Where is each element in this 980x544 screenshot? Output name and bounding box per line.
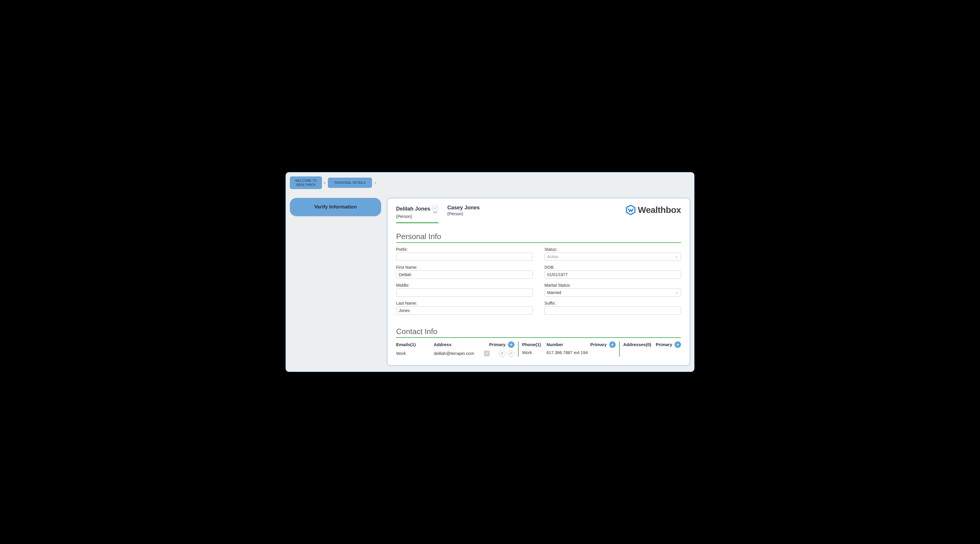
phones-column: Phone(1) Number Primary + Work 617.366.7… — [522, 341, 620, 357]
person-tab-delilah[interactable]: Delilah Jones Edit (Person) — [396, 205, 439, 223]
pencil-icon — [509, 352, 513, 355]
prefix-input[interactable] — [396, 252, 533, 261]
phone-number: 617.366.7887 ext 194 — [547, 350, 616, 355]
suffix-input[interactable] — [544, 306, 681, 315]
addresses-column: Addresses(0) Primary + — [623, 341, 681, 357]
addresses-header: Addresses(0) — [623, 342, 653, 347]
email-primary-checkbox[interactable] — [484, 351, 490, 356]
trash-icon — [501, 352, 504, 355]
add-phone-button[interactable]: + — [609, 341, 616, 348]
status-select[interactable] — [544, 252, 681, 261]
wealthbox-logo: Wealthbox — [625, 205, 681, 215]
caret-down-icon[interactable]: ▼ — [374, 181, 377, 185]
form-column-right: Status: ⌄ DOB: Marital Status: ⌄ Suffix: — [544, 246, 681, 318]
email-address-header: Address — [434, 342, 487, 347]
last-name-input[interactable] — [396, 306, 533, 315]
edit-person-wrap: Edit — [432, 205, 439, 214]
form-column-left: Prefix: First Name: Middle: Last Name: — [396, 246, 533, 318]
dob-label: DOB: — [544, 265, 681, 270]
pencil-icon[interactable] — [432, 205, 439, 211]
breadcrumb-line2: WEALTHBOX — [295, 183, 317, 187]
marital-status-select[interactable] — [544, 289, 681, 297]
person-tabs: Delilah Jones Edit (Person) — [396, 205, 480, 223]
person-type-label: (Person) — [396, 214, 439, 219]
marital-status-label: Marital Status: — [544, 283, 681, 287]
edit-email-button[interactable] — [508, 350, 514, 357]
person-tab-casey[interactable]: Casey Jones (Person) — [447, 205, 480, 223]
phone-row: Work 617.366.7887 ext 194 — [522, 350, 616, 355]
contact-info: Emails(1) Address Primary + Work delilah… — [396, 341, 681, 357]
phone-type: Work — [522, 350, 544, 355]
main-panel: Delilah Jones Edit (Person) — [387, 198, 690, 366]
chevron-right-icon: ▶ — [324, 181, 326, 185]
phone-number-header: Number — [547, 342, 588, 347]
logo-text: Wealthbox — [638, 205, 681, 215]
sidebar: Verify Information — [290, 198, 381, 366]
suffix-label: Suffix: — [544, 301, 681, 306]
middle-name-label: Middle: — [396, 283, 533, 287]
section-title-contact: Contact Info — [396, 327, 681, 336]
section-divider — [396, 337, 681, 338]
checkmark-icon — [485, 351, 488, 355]
phone-primary-header: Primary — [590, 342, 607, 347]
delete-email-button[interactable] — [499, 350, 506, 357]
breadcrumb-line1: WELCOME TO — [295, 179, 317, 182]
breadcrumb-item-personal-details[interactable]: PERSONAL DETAILS — [328, 178, 372, 188]
dob-input[interactable] — [544, 271, 681, 279]
edit-label: Edit — [433, 211, 437, 214]
plus-icon: + — [676, 342, 679, 347]
first-name-input[interactable] — [396, 271, 533, 279]
last-name-label: Last Name: — [396, 301, 533, 306]
breadcrumb: WELCOME TO WEALTHBOX ▶ PERSONAL DETAILS … — [290, 176, 690, 189]
person-type-label: (Person) — [447, 211, 480, 216]
logo-icon — [625, 205, 636, 215]
plus-icon: + — [510, 342, 512, 347]
address-primary-header: Primary — [656, 342, 672, 347]
layout: Verify Information Delilah Jones Edit — [290, 198, 690, 366]
app-window: WELCOME TO WEALTHBOX ▶ PERSONAL DETAILS … — [285, 172, 695, 372]
breadcrumb-item-welcome[interactable]: WELCOME TO WEALTHBOX — [290, 176, 322, 189]
middle-name-input[interactable] — [396, 289, 533, 297]
email-type: Work — [396, 351, 431, 356]
breadcrumb-line1: PERSONAL DETAILS — [334, 181, 366, 184]
personal-info-form: Prefix: First Name: Middle: Last Name: S… — [396, 246, 681, 318]
section-title-personal: Personal Info — [396, 232, 681, 241]
prefix-label: Prefix: — [396, 247, 533, 252]
person-name-label: Delilah Jones — [396, 206, 430, 212]
email-address: delilah@terrapin.com — [434, 351, 482, 356]
emails-header: Emails(1) — [396, 342, 431, 347]
add-address-button[interactable]: + — [675, 341, 681, 348]
panel-header: Delilah Jones Edit (Person) — [396, 205, 681, 223]
emails-column: Emails(1) Address Primary + Work delilah… — [396, 341, 519, 357]
status-label: Status: — [544, 247, 681, 252]
add-email-button[interactable]: + — [508, 341, 514, 348]
section-divider — [396, 242, 681, 243]
person-name-label: Casey Jones — [447, 205, 480, 211]
first-name-label: First Name: — [396, 265, 533, 270]
phone-header: Phone(1) — [522, 342, 544, 347]
plus-icon: + — [611, 342, 614, 347]
email-primary-header: Primary — [489, 342, 506, 347]
email-row: Work delilah@terrapin.com — [396, 350, 514, 357]
verify-information-button[interactable]: Verify Information — [290, 198, 381, 216]
